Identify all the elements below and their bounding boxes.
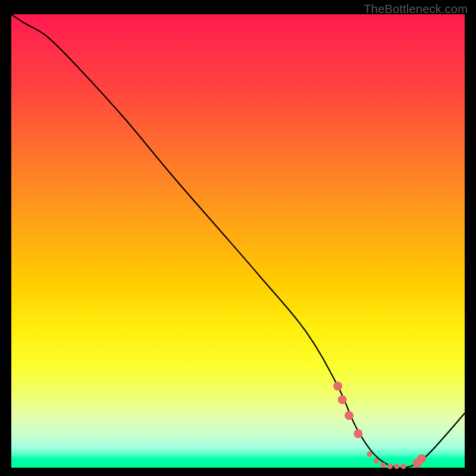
- highlight-markers: [333, 381, 426, 469]
- highlight-marker: [345, 411, 353, 420]
- highlight-marker: [338, 395, 347, 404]
- highlight-marker: [374, 458, 379, 464]
- highlight-marker: [401, 464, 406, 469]
- highlight-marker: [367, 452, 372, 457]
- highlight-marker: [387, 464, 393, 469]
- highlight-marker: [353, 429, 362, 438]
- highlight-marker: [333, 381, 342, 390]
- bottleneck-curve-line: [11, 14, 465, 468]
- highlight-marker: [417, 454, 426, 463]
- watermark-text: TheBottleneck.com: [364, 2, 468, 16]
- chart-plot-area: [11, 14, 465, 468]
- highlight-marker: [394, 464, 399, 469]
- highlight-marker: [380, 462, 386, 468]
- bottleneck-chart: [11, 14, 465, 468]
